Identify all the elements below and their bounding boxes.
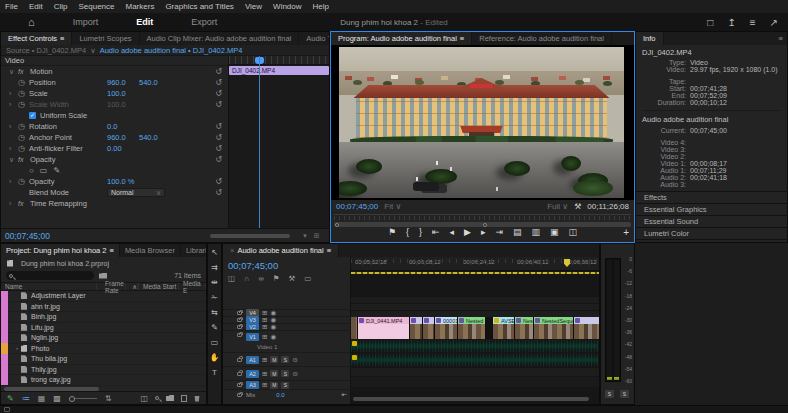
track-name[interactable]: Video 1 — [257, 344, 277, 350]
item-name[interactable]: ahn tr.jpg — [31, 303, 60, 310]
search-input[interactable] — [6, 271, 94, 280]
group-row-motion[interactable]: ∨ fx Motion ↺ — [1, 66, 228, 77]
timeline-ruler[interactable]: 00;05;52;18 00;06;08;12 00;06;24;12 00;0… — [351, 257, 599, 271]
track-a1-lane[interactable] — [351, 339, 599, 353]
item-name[interactable]: Thily.jpg — [31, 366, 57, 373]
step-back-icon[interactable]: ◂ — [450, 227, 455, 237]
audio-clip[interactable] — [351, 354, 598, 366]
accordion-effects[interactable]: Effects — [636, 191, 787, 203]
label-color-chip[interactable] — [1, 364, 8, 375]
menu-window[interactable]: Window — [273, 2, 301, 11]
stopwatch-icon[interactable]: ◷ — [18, 122, 29, 131]
panel-menu-icon[interactable]: ≡ — [460, 34, 464, 43]
twirl-closed-icon[interactable]: › — [9, 200, 18, 207]
reset-icon[interactable]: ↺ — [215, 122, 222, 131]
reset-icon[interactable]: ↺ — [215, 89, 222, 98]
pin-icon[interactable]: ⊞ — [314, 232, 320, 240]
sequence-marker[interactable] — [564, 259, 570, 267]
voiceover-record-icon[interactable]: ⊙ — [292, 370, 297, 378]
comparison-view-icon[interactable]: ◫ — [569, 227, 578, 237]
extract-icon[interactable]: ▥ — [532, 227, 541, 237]
group-row-opacity[interactable]: ∨ fx Opacity ↺ — [1, 154, 228, 165]
reset-icon[interactable]: ↺ — [215, 133, 222, 142]
label-color-chip[interactable] — [1, 354, 8, 365]
track-target[interactable]: A2 — [246, 370, 259, 378]
mini-timeline-ruler[interactable] — [229, 56, 329, 65]
workspace-tab-export[interactable]: Export — [191, 17, 217, 27]
stopwatch-icon[interactable]: ◷ — [18, 78, 29, 87]
solo-left-button[interactable]: S — [605, 390, 614, 398]
rectangle-mask-icon[interactable]: ▭ — [40, 166, 48, 175]
menu-help[interactable]: Help — [313, 2, 329, 11]
video-clip-thumb[interactable] — [351, 317, 358, 339]
project-row-image[interactable]: Thu bila.jpg — [1, 354, 206, 365]
item-name[interactable]: Photo — [31, 345, 49, 352]
label-color-chip[interactable] — [1, 375, 8, 386]
fx-badge-icon[interactable]: fx — [18, 156, 30, 163]
project-row-image[interactable]: Binh.jpg — [1, 312, 206, 323]
track-a2-lane[interactable] — [351, 353, 599, 367]
close-icon[interactable]: × — [230, 246, 234, 255]
lift-icon[interactable]: ▤ — [513, 227, 522, 237]
lock-icon[interactable] — [237, 325, 242, 329]
solo-right-button[interactable]: S — [620, 390, 629, 398]
mute-button[interactable]: M — [270, 382, 278, 389]
horizontal-scrollbar[interactable] — [210, 234, 290, 238]
panel-menu-icon[interactable]: ≡ — [779, 34, 783, 43]
label-color-chip[interactable] — [1, 291, 8, 301]
blend-mode-select[interactable]: Normal ∨ — [107, 188, 165, 197]
quick-export-icon[interactable]: □ — [707, 17, 713, 28]
lock-icon[interactable] — [237, 358, 242, 362]
anchor-y-value[interactable]: 540.0 — [139, 133, 158, 142]
sync-lock-icon[interactable]: ⊞ — [262, 370, 267, 378]
track-target[interactable]: A3 — [246, 381, 259, 389]
playback-resolution-select[interactable]: Full ∨ — [547, 202, 568, 211]
project-row-image[interactable]: trong cay.jpg — [1, 375, 206, 386]
tab-media-browser[interactable]: Media Browser — [120, 244, 181, 257]
tab-sequence[interactable]: × Audio adobe audition final ≡ — [223, 244, 339, 257]
export-frame-icon[interactable]: ▣ — [550, 227, 559, 237]
twirl-open-icon[interactable]: ∨ — [9, 156, 18, 164]
solo-button[interactable]: S — [281, 356, 289, 363]
sort-icons-icon[interactable]: ⇅ — [105, 394, 112, 403]
tab-reference[interactable]: Reference: Audio adobe audition final — [472, 32, 612, 45]
lock-icon[interactable] — [237, 333, 242, 337]
bin-breadcrumb[interactable]: Dung phim hoi khoa 2.prproj — [1, 257, 206, 269]
tab-audio-track-mixer[interactable]: Audio Track Mixer: Audio adobe audition … — [299, 32, 329, 45]
panel-menu-icon[interactable]: ≡ — [327, 246, 331, 255]
timeline-horizontal-scrollbar[interactable] — [353, 397, 589, 401]
video-clip-thumb[interactable] — [423, 317, 435, 339]
button-editor-icon[interactable]: + — [623, 227, 629, 238]
twirl-closed-icon[interactable]: › — [9, 145, 18, 152]
writable-pencil-icon[interactable]: ✎ — [7, 394, 14, 403]
program-current-timecode[interactable]: 00;07;45;00 — [336, 202, 378, 211]
new-item-icon[interactable] — [181, 395, 187, 402]
reset-icon[interactable]: ↺ — [215, 144, 222, 153]
label-color-chip[interactable] — [1, 322, 8, 333]
label-color-chip[interactable] — [1, 301, 8, 312]
anti-flicker-value[interactable]: 0.00 — [107, 144, 139, 153]
position-y-value[interactable]: 540.0 — [139, 78, 158, 87]
track-v3-lane[interactable] — [351, 303, 599, 310]
anchor-x-value[interactable]: 960.0 — [107, 133, 139, 142]
sync-lock-icon[interactable]: ⊞ — [262, 333, 267, 341]
track-select-forward-tool[interactable]: ⇉ — [211, 263, 218, 272]
stopwatch-icon[interactable]: ◷ — [18, 133, 29, 142]
timeline-track-area[interactable]: 00;05;52;18 00;06;08;12 00;06;24;12 00;0… — [351, 257, 599, 404]
sync-lock-icon[interactable]: ⊞ — [262, 356, 267, 364]
mute-button[interactable]: M — [270, 370, 278, 377]
video-clip-thumb[interactable] — [486, 317, 493, 339]
track-v4-lane[interactable] — [351, 296, 599, 303]
column-frame-rate[interactable]: Frame Rate∧ — [97, 283, 139, 290]
label-color-chip[interactable] — [1, 343, 8, 354]
column-name[interactable]: Name — [1, 283, 97, 290]
project-row-image[interactable]: Lifu.jpg — [1, 323, 206, 334]
video-clip[interactable]: Nested Seque — [458, 317, 486, 339]
tab-effect-controls[interactable]: Effect Controls≡ — [1, 32, 72, 45]
mix-volume-value[interactable]: 0.0 — [276, 392, 284, 398]
icon-view-icon[interactable]: ▦ — [38, 394, 46, 403]
tab-program[interactable]: Program: Audio adobe audition final≡ — [331, 32, 472, 45]
opacity-value[interactable]: 100.0 % — [107, 177, 139, 186]
label-color-chip[interactable] — [1, 333, 8, 344]
track-header-mix[interactable]: Mix 0.0 ⇤ — [223, 389, 351, 400]
